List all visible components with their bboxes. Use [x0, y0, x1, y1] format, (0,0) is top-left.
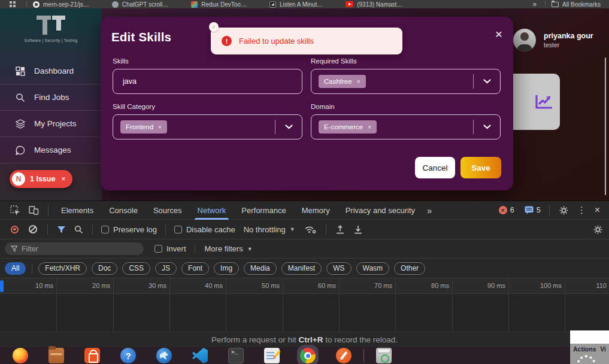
chip-remove-icon[interactable]: × — [158, 124, 162, 131]
type-chip-ws[interactable]: WS — [326, 262, 351, 275]
devtools-menu-kebab-icon[interactable]: ⋮ — [573, 205, 590, 216]
type-chip-img[interactable]: Img — [214, 262, 239, 275]
sidebar-item-my-projects[interactable]: My Projects — [0, 111, 102, 137]
search-network-icon[interactable] — [70, 225, 87, 234]
device-toolbar-icon[interactable] — [25, 205, 43, 215]
type-chip-font[interactable]: Font — [181, 262, 209, 275]
issues-count-badge[interactable]: 5 — [520, 206, 544, 214]
terminal-icon[interactable] — [228, 348, 244, 363]
export-har-icon[interactable] — [349, 225, 367, 234]
gridline — [565, 278, 565, 332]
network-toolbar: Preserve log Disable cache No throttling… — [0, 220, 609, 239]
view-menu-label[interactable]: Vi — [600, 345, 606, 353]
tab-performance[interactable]: Performance — [234, 201, 293, 220]
bookmark-label: ChatGPT scroll… — [122, 1, 169, 8]
type-chip-manifest[interactable]: Manifest — [281, 262, 322, 275]
apps-grid-icon[interactable] — [10, 1, 16, 7]
popup-menu-bar[interactable]: Actions Vi — [570, 344, 609, 354]
filter-input[interactable] — [22, 245, 138, 253]
throttling-dropdown[interactable]: No throttling▼ — [239, 225, 300, 234]
screenshot-tool-icon[interactable] — [336, 348, 352, 363]
checkbox[interactable] — [174, 226, 182, 233]
dashboard-icon — [16, 66, 26, 76]
app-store-icon[interactable] — [84, 348, 100, 363]
chevron-down-icon[interactable] — [483, 79, 491, 84]
required-skills-select[interactable]: Cashfree × — [311, 69, 501, 94]
bookmark-item-github[interactable]: mern-sep-21/js… — [33, 1, 89, 8]
tab-memory[interactable]: Memory — [294, 201, 338, 220]
help-icon[interactable] — [120, 348, 136, 363]
avatar[interactable] — [513, 29, 536, 51]
devtools-close-icon[interactable]: × — [590, 205, 604, 216]
bookmark-item-chatgpt[interactable]: ChatGPT scroll… — [112, 1, 169, 8]
status-shortcut: Ctrl+R — [299, 335, 323, 344]
page-scrollbar[interactable] — [605, 57, 607, 195]
error-count-badge[interactable]: ×6 — [495, 206, 520, 214]
type-chip-all[interactable]: All — [5, 262, 26, 275]
chrome-icon[interactable] — [300, 348, 316, 363]
invert-checkbox[interactable]: Invert — [151, 244, 190, 253]
network-settings-gear-icon[interactable] — [593, 225, 609, 235]
text-editor-icon[interactable] — [264, 348, 280, 363]
cancel-button[interactable]: Cancel — [415, 157, 455, 178]
sidebar-item-dashboard[interactable]: Dashboard — [0, 58, 102, 84]
type-chip-js[interactable]: JS — [155, 262, 177, 275]
save-button[interactable]: Save — [460, 157, 501, 178]
chrome-active-slot[interactable] — [300, 348, 316, 363]
sidebar-item-find-jobs[interactable]: Find Jobs — [0, 84, 102, 111]
chevron-down-icon[interactable] — [483, 125, 491, 129]
files-icon[interactable] — [49, 348, 64, 363]
more-filters-dropdown[interactable]: More filters▼ — [200, 244, 257, 253]
tab-privacy-security[interactable]: Privacy and security — [338, 201, 423, 220]
type-chip-wasm[interactable]: Wasm — [356, 262, 390, 275]
vscode-icon[interactable] — [192, 348, 208, 363]
ruler-tick-label: 110 — [577, 282, 607, 289]
toast-close-icon[interactable]: × — [209, 22, 219, 32]
checkbox[interactable] — [154, 245, 162, 253]
tab-console[interactable]: Console — [101, 201, 146, 220]
profile[interactable]: priyanka gour tester — [513, 29, 593, 51]
tab-network[interactable]: Network — [190, 201, 234, 220]
timeline-scroll-nub[interactable] — [0, 280, 4, 292]
domain-select[interactable]: E-commerce × — [311, 114, 501, 139]
preserve-log-checkbox[interactable]: Preserve log — [98, 225, 160, 234]
type-chip-media[interactable]: Media — [244, 262, 277, 275]
more-tabs-chevron[interactable]: » — [423, 205, 436, 216]
issue-close-icon[interactable]: × — [61, 175, 65, 183]
all-bookmarks-button[interactable]: All Bookmarks — [552, 1, 601, 8]
thunderbird-icon[interactable] — [156, 348, 172, 363]
tab-elements[interactable]: Elements — [53, 201, 101, 220]
disable-cache-checkbox[interactable]: Disable cache — [171, 225, 239, 234]
clear-network-log-icon[interactable] — [29, 225, 37, 233]
type-chip-other[interactable]: Other — [394, 262, 425, 275]
bookmark-item-redux[interactable]: Redux DevToo… — [191, 1, 247, 8]
gridline — [508, 278, 509, 332]
bookmarks-overflow-chevron[interactable]: » — [532, 0, 537, 8]
chevron-down-icon[interactable] — [285, 125, 293, 129]
modal-close-icon[interactable]: × — [495, 28, 502, 40]
skills-input[interactable] — [113, 69, 302, 94]
devtools-settings-gear-icon[interactable] — [555, 205, 573, 216]
issue-badge[interactable]: N 1 Issue × — [10, 170, 72, 188]
chevron-down-icon: ▼ — [290, 226, 295, 232]
import-har-icon[interactable] — [331, 225, 349, 234]
chip-remove-icon[interactable]: × — [368, 124, 371, 131]
checkbox[interactable] — [101, 226, 109, 233]
network-conditions-icon[interactable] — [300, 225, 321, 234]
tab-sources[interactable]: Sources — [146, 201, 190, 220]
actions-menu-label[interactable]: Actions — [573, 345, 596, 353]
type-chip-doc[interactable]: Doc — [92, 262, 117, 275]
trash-icon[interactable] — [376, 348, 392, 363]
bookmark-item-youtube[interactable]: (9313) Namast… — [346, 1, 402, 8]
skill-category-select[interactable]: Frontend × — [113, 114, 302, 139]
bookmark-label: mern-sep-21/js… — [43, 1, 89, 8]
filter-funnel-icon[interactable] — [53, 226, 70, 233]
record-network-log-icon[interactable] — [11, 226, 19, 233]
type-chip-css[interactable]: CSS — [122, 262, 150, 275]
type-chip-fetch-xhr[interactable]: Fetch/XHR — [38, 262, 87, 275]
inspect-element-icon[interactable] — [6, 205, 25, 216]
chip-remove-icon[interactable]: × — [357, 78, 360, 85]
firefox-icon[interactable] — [13, 348, 28, 363]
bookmark-item-listen[interactable]: Listen A Minut… — [269, 1, 323, 8]
sidebar-item-messages[interactable]: Messages — [0, 137, 102, 163]
